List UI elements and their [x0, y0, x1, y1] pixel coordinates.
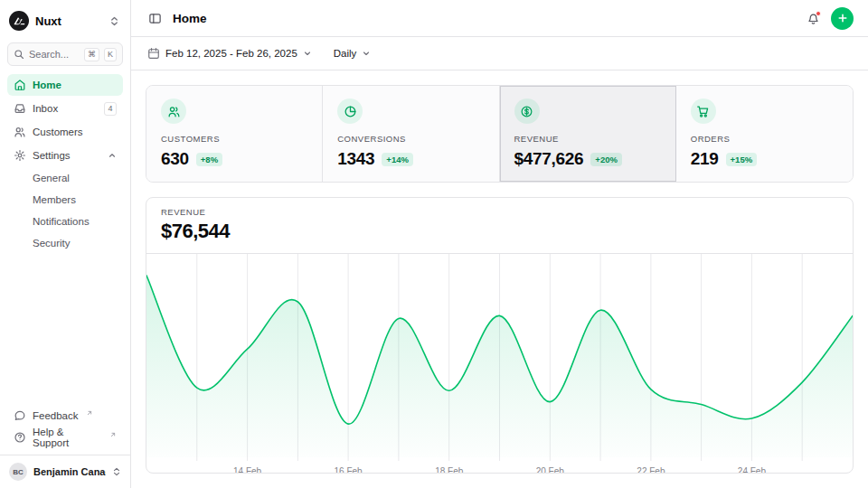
- chart-header: REVENUE $76,544: [146, 198, 853, 254]
- sidebar-item-label: Inbox: [33, 103, 58, 114]
- users-icon: [14, 126, 26, 138]
- stat-label: ORDERS: [691, 134, 838, 144]
- stat-label: REVENUE: [514, 134, 661, 144]
- external-link-icon: [86, 409, 93, 417]
- revenue-chart-card: REVENUE $76,544 14 Feb16 Feb18 Feb20 Feb…: [146, 197, 854, 474]
- app-name: Nuxt: [35, 14, 103, 28]
- page-header: Home: [131, 0, 868, 37]
- revenue-chart[interactable]: 14 Feb16 Feb18 Feb20 Feb22 Feb24 Feb: [146, 254, 853, 473]
- main-panel: Home Feb 12, 2025 - Feb 26, 2025 Daily: [131, 0, 868, 488]
- footer-item-label: Help & Support: [33, 427, 102, 448]
- stat-value: 630: [161, 149, 189, 169]
- sidebar-subitem-notifications[interactable]: Notifications: [7, 211, 123, 231]
- sidebar-item-label: Settings: [33, 150, 71, 161]
- inbox-count-badge: 4: [104, 102, 117, 116]
- inbox-icon: [14, 102, 26, 115]
- chart-metric-value: $76,544: [161, 220, 838, 243]
- stat-card-customers[interactable]: CUSTOMERS 630 +8%: [146, 86, 323, 182]
- sidebar-subitem-security[interactable]: Security: [7, 233, 123, 253]
- stat-card-revenue[interactable]: REVENUE $477,626 +20%: [500, 86, 676, 182]
- search-input[interactable]: [29, 49, 80, 60]
- shopping-cart-icon: [691, 99, 716, 124]
- search-icon: [14, 49, 24, 60]
- sidebar-item-customers[interactable]: Customers: [7, 121, 123, 143]
- chevron-down-icon: [362, 49, 371, 58]
- collapse-chevrons-icon[interactable]: [109, 16, 119, 26]
- user-name: Benjamin Canac: [33, 466, 106, 477]
- chevron-selector-icon: [112, 467, 121, 476]
- sidebar-item-help-support[interactable]: Help & Support: [7, 427, 123, 448]
- home-icon: [14, 79, 26, 91]
- footer-item-label: Feedback: [33, 410, 79, 421]
- svg-text:24 Feb: 24 Feb: [738, 466, 767, 473]
- sidebar-item-feedback[interactable]: Feedback: [7, 405, 123, 427]
- stat-delta-badge: +15%: [726, 153, 758, 166]
- sidebar-nav: Home Inbox 4 Customers Settings General: [7, 74, 123, 253]
- sidebar-item-label: Customers: [33, 127, 83, 137]
- kbd-cmd: ⌘: [84, 48, 99, 61]
- sidebar-item-home[interactable]: Home: [7, 74, 123, 96]
- gear-icon: [14, 149, 26, 162]
- sidebar-item-inbox[interactable]: Inbox 4: [7, 98, 123, 119]
- avatar: BC: [9, 463, 27, 481]
- sidebar-spacer: [7, 253, 123, 405]
- interval-select[interactable]: Daily: [332, 44, 373, 62]
- date-range-picker[interactable]: Feb 12, 2025 - Feb 26, 2025: [146, 43, 314, 63]
- subitem-label: General: [33, 173, 70, 183]
- sidebar-toggle-icon[interactable]: [146, 9, 165, 28]
- stat-value: $477,626: [514, 149, 584, 169]
- stats-row: CUSTOMERS 630 +8% CONVERSIONS 1343 +14%: [146, 85, 854, 183]
- stat-delta-badge: +14%: [382, 153, 413, 166]
- date-range-label: Feb 12, 2025 - Feb 26, 2025: [165, 48, 297, 59]
- user-menu[interactable]: BC Benjamin Canac: [0, 455, 130, 488]
- stat-value: 219: [691, 149, 719, 169]
- add-button[interactable]: [831, 7, 854, 30]
- search-box[interactable]: ⌘ K: [7, 42, 123, 66]
- sidebar: Nuxt ⌘ K Home Inbox 4: [0, 0, 131, 488]
- subitem-label: Security: [33, 238, 71, 249]
- subitem-label: Members: [33, 194, 76, 205]
- svg-text:18 Feb: 18 Feb: [435, 466, 464, 473]
- stat-delta-badge: +20%: [590, 153, 622, 166]
- chevron-up-icon: [108, 151, 117, 160]
- sidebar-item-settings[interactable]: Settings: [7, 145, 123, 166]
- stat-label: CUSTOMERS: [161, 134, 307, 144]
- users-icon: [161, 99, 186, 124]
- calendar-icon: [147, 47, 160, 60]
- stat-card-orders[interactable]: ORDERS 219 +15%: [676, 86, 853, 182]
- sidebar-item-label: Home: [33, 80, 61, 90]
- dollar-circle-icon: [514, 99, 540, 124]
- chart-metric-label: REVENUE: [161, 207, 838, 217]
- filters-toolbar: Feb 12, 2025 - Feb 26, 2025 Daily: [131, 37, 868, 70]
- interval-label: Daily: [334, 48, 357, 59]
- notifications-bell-button[interactable]: [804, 9, 823, 28]
- pie-chart-icon: [337, 99, 363, 124]
- stat-value: 1343: [337, 149, 374, 169]
- svg-text:14 Feb: 14 Feb: [233, 466, 262, 473]
- workspace-switcher[interactable]: Nuxt: [7, 9, 123, 33]
- chat-bubble-icon: [14, 409, 26, 422]
- svg-text:22 Feb: 22 Feb: [637, 466, 665, 473]
- chevron-down-icon: [303, 49, 312, 58]
- page-title: Home: [173, 12, 207, 25]
- svg-text:20 Feb: 20 Feb: [536, 466, 565, 473]
- sidebar-subitem-general[interactable]: General: [7, 168, 123, 188]
- sidebar-subitem-members[interactable]: Members: [7, 190, 123, 210]
- area-chart-svg[interactable]: 14 Feb16 Feb18 Feb20 Feb22 Feb24 Feb: [146, 254, 853, 473]
- kbd-k: K: [104, 48, 117, 61]
- external-link-icon: [109, 431, 117, 438]
- svg-text:16 Feb: 16 Feb: [335, 466, 363, 473]
- dashboard-content: CUSTOMERS 630 +8% CONVERSIONS 1343 +14%: [131, 70, 868, 488]
- notification-dot: [816, 11, 821, 16]
- stat-label: CONVERSIONS: [337, 134, 484, 144]
- nuxt-logo-icon: [9, 11, 29, 31]
- stat-delta-badge: +8%: [196, 153, 222, 166]
- help-circle-icon: [14, 431, 26, 444]
- stat-card-conversions[interactable]: CONVERSIONS 1343 +14%: [323, 86, 499, 182]
- subitem-label: Notifications: [33, 216, 90, 227]
